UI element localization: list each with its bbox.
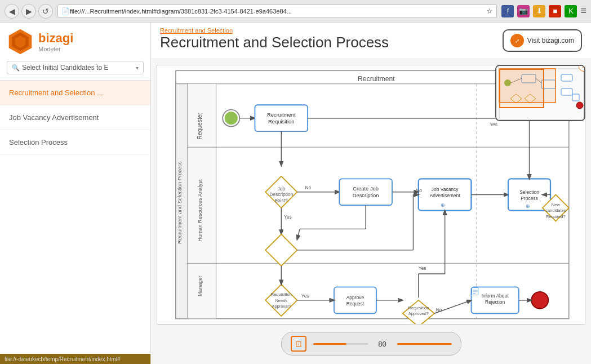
hr-label: Human Resources Analyst [197,179,203,242]
svg-text:Inform About: Inform About [482,293,509,299]
visit-button[interactable]: ⤢ Visit bizagi.com [503,29,582,52]
browser-toolbar: ◀ ▶ ↺ 📄 file:///...Recruitment/index.htm… [0,0,591,23]
search-bar[interactable]: 🔍 Select Initial Candidates to E ▾ [7,61,144,74]
diagram-area[interactable]: Recruitment Recruitment and Selection Pr… [151,59,591,364]
svg-text:Description: Description [353,193,379,198]
address-text: file:///...Recruitment/index.html#diagra… [70,8,292,15]
red-icon[interactable]: ■ [549,5,561,17]
svg-rect-64 [472,287,478,295]
svg-text:No: No [305,185,311,190]
page-header-left: Recruitment and Selection Recruitment an… [160,27,389,51]
svg-text:Needs: Needs [275,298,287,303]
diagram-title: Recruitment [358,75,395,83]
svg-rect-73 [561,74,572,81]
browser-icons: f 📷 ⬇ ■ K ≡ [501,5,586,17]
svg-text:Requisition: Requisition [408,305,429,310]
main-content: Recruitment and Selection Recruitment an… [151,23,591,364]
breadcrumb[interactable]: Recruitment and Selection [160,27,389,34]
svg-text:Rejection: Rejection [485,299,505,305]
back-button[interactable]: ◀ [5,4,19,19]
address-bar[interactable]: 📄 file:///...Recruitment/index.html#diag… [57,5,497,18]
zoom-slider-right[interactable] [397,343,452,345]
svg-text:Advertisement: Advertisement [430,193,460,198]
svg-text:⊕: ⊕ [441,202,445,208]
left-label: Recruitment and Selection Process [177,161,183,244]
svg-text:Exist?: Exist? [275,198,288,203]
svg-text:Request: Request [346,301,365,307]
logo-hexagon [7,28,34,55]
start-event-fill [225,112,237,124]
svg-text:Approve: Approve [346,295,365,300]
svg-point-81 [576,102,583,109]
svg-text:Recruitment: Recruitment [267,112,296,118]
svg-text:Approved?: Approved? [408,311,429,316]
sidebar-nav: Recruitment and Selection ... Job Vacanc… [0,81,150,354]
visit-icon: ⤢ [510,34,524,47]
app-container: bizagi Modeler 🔍 Select Initial Candidat… [0,23,591,364]
manager-label: Manager [197,276,203,296]
page-title: Recruitment and Selection Process [160,34,389,51]
status-bar: file://-daieukecb/temp/Recruitment/index… [0,354,150,364]
requester-label: Requester [197,112,203,139]
svg-text:Process: Process [521,196,537,201]
svg-text:Yes: Yes [419,265,426,271]
svg-text:Required?: Required? [546,214,566,219]
facebook-icon[interactable]: f [501,5,514,17]
menu-icon[interactable]: ≡ [580,5,586,17]
svg-text:Description: Description [269,192,293,197]
svg-rect-74 [561,88,572,95]
dropdown-arrow-icon: ▾ [136,65,139,71]
svg-text:Requisition: Requisition [268,119,294,125]
page-header: Recruitment and Selection Recruitment an… [151,23,591,59]
svg-text:Job Vacancy: Job Vacancy [432,187,459,192]
zoom-bar: ⊡ 80 [281,332,461,356]
svg-text:⊕: ⊕ [526,203,530,209]
zoom-icon[interactable]: ⊡ [291,336,306,352]
svg-text:Yes: Yes [301,293,309,299]
svg-text:Job: Job [277,186,285,192]
zoom-slider-right [346,343,368,345]
svg-text:candidates: candidates [545,208,566,213]
instagram-icon[interactable]: 📷 [517,5,530,17]
svg-text:Approval?: Approval? [272,304,291,309]
reload-button[interactable]: ↺ [38,4,53,19]
logo-subtext: Modeler [38,46,73,52]
sidebar: bizagi Modeler 🔍 Select Initial Candidat… [0,23,151,364]
thumbnail-overlay: ✕ [495,65,585,121]
sidebar-item-selection[interactable]: Selection Process [0,130,150,155]
create-job-desc-task [339,179,392,205]
search-text: Select Initial Candidates to E [22,64,108,72]
zoom-slider[interactable] [313,343,368,345]
logo-area: bizagi Modeler [7,28,144,55]
search-icon: 🔍 [12,64,20,72]
logo-name: bizagi [38,31,73,46]
svg-rect-80 [572,94,579,101]
svg-text:Yes: Yes [490,122,497,127]
sidebar-item-recruitment[interactable]: Recruitment and Selection ... [0,81,150,105]
thumbnail-inner [496,66,584,120]
download-icon[interactable]: ⬇ [533,5,545,17]
forward-button[interactable]: ▶ [21,4,36,19]
zoom-value: 80 [375,340,390,348]
sidebar-header: bizagi Modeler 🔍 Select Initial Candidat… [0,23,150,81]
svg-text:Yes: Yes [284,214,292,220]
recruitment-req-task [255,105,308,131]
svg-text:New: New [552,202,561,207]
svg-text:Selection: Selection [519,189,539,195]
green-icon[interactable]: K [565,5,577,17]
svg-text:Create Job: Create Job [353,186,379,192]
sidebar-item-job-vacancy[interactable]: Job Vacancy Advertisement [0,105,150,130]
end-event [531,292,548,309]
svg-text:Requisition: Requisition [271,292,292,297]
thumbnail-highlight [499,69,544,108]
visit-label: Visit bizagi.com [527,37,574,45]
status-text: file://-daieukecb/temp/Recruitment/index… [5,356,121,362]
